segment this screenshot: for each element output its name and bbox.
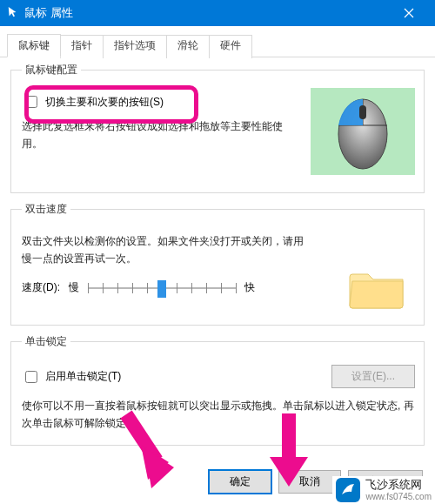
clicklock-checkbox[interactable] <box>25 371 37 383</box>
close-icon <box>404 8 414 18</box>
folder-icon <box>347 260 408 312</box>
tab-wheel[interactable]: 滑轮 <box>166 35 210 58</box>
ok-button[interactable]: 确定 <box>209 470 271 494</box>
tab-content: 鼠标键配置 切换主要和次要的按钮(S) 选择此复选框来将右按钮设成如选择和拖放等… <box>0 57 435 461</box>
mouse-pointer-icon <box>7 6 19 21</box>
clicklock-settings-button: 设置(E)... <box>331 365 415 388</box>
swap-buttons-description: 选择此复选框来将右按钮设成如选择和拖放等主要性能使用。 <box>22 118 283 153</box>
tab-pointer-opts[interactable]: 指针选项 <box>103 35 167 58</box>
slider-thumb[interactable] <box>157 280 166 298</box>
slow-label: 慢 <box>69 280 79 295</box>
group-button-config: 鼠标键配置 切换主要和次要的按钮(S) 选择此复选框来将右按钮设成如选择和拖放等… <box>10 63 425 193</box>
tab-pointers[interactable]: 指针 <box>60 35 104 58</box>
close-button[interactable] <box>390 0 428 26</box>
speed-label: 速度(D): <box>22 280 60 295</box>
folder-test-area[interactable] <box>347 260 408 312</box>
watermark-logo-icon <box>336 478 360 502</box>
window-titlebar: 鼠标 属性 <box>0 0 435 26</box>
svg-rect-1 <box>359 105 366 119</box>
window-title: 鼠标 属性 <box>24 5 73 21</box>
doubleclick-description: 双击文件夹以检测你的设置。如果文件夹没打开或关闭，请用慢一点的设置再试一次。 <box>22 232 309 268</box>
speed-slider[interactable] <box>88 279 236 298</box>
swap-buttons-label[interactable]: 切换主要和次要的按钮(S) <box>45 95 164 110</box>
fast-label: 快 <box>244 280 255 295</box>
swap-buttons-checkbox[interactable] <box>25 96 37 108</box>
group-clicklock: 单击锁定 启用单击锁定(T) 设置(E)... 使你可以不用一直按着鼠标按钮就可… <box>10 334 425 446</box>
cancel-button[interactable]: 取消 <box>278 470 341 494</box>
group-clicklock-legend: 单击锁定 <box>22 334 70 349</box>
group-doubleclick-speed: 双击速度 双击文件夹以检测你的设置。如果文件夹没打开或关闭，请用慢一点的设置再试… <box>10 202 425 326</box>
mouse-preview <box>311 88 415 175</box>
tab-buttons[interactable]: 鼠标键 <box>7 34 61 57</box>
group-button-config-legend: 鼠标键配置 <box>22 63 81 77</box>
watermark: 飞沙系统网 www.fs0745.com <box>332 476 435 504</box>
group-doubleclick-legend: 双击速度 <box>22 202 70 217</box>
watermark-url: www.fs0745.com <box>365 492 432 501</box>
tab-hardware[interactable]: 硬件 <box>209 35 252 58</box>
tab-strip: 鼠标键 指针 指针选项 滑轮 硬件 <box>0 28 435 57</box>
clicklock-checkbox-label[interactable]: 启用单击锁定(T) <box>45 369 121 384</box>
watermark-name: 飞沙系统网 <box>365 479 432 491</box>
mouse-icon <box>332 92 393 171</box>
clicklock-description: 使你可以不用一直按着鼠标按钮就可以突出显示或拖拽。单击鼠标以进入锁定状态, 再次… <box>22 397 415 433</box>
